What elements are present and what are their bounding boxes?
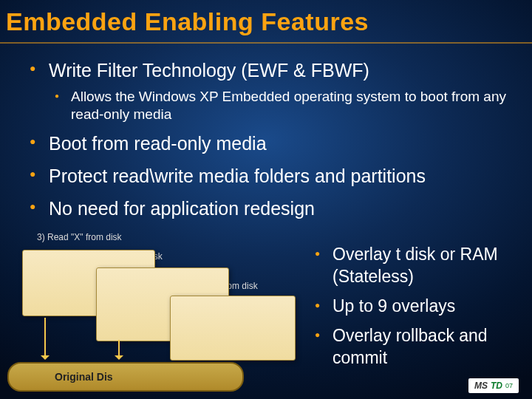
arrow-icon: [118, 340, 120, 358]
arrow-icon: [44, 318, 46, 358]
sub-bullet-list: Allows the Windows XP Embedded operating…: [49, 88, 510, 124]
bullet-redesign: No need for application redesign: [22, 197, 510, 222]
sub-bullet-allows: Allows the Windows XP Embedded operating…: [49, 88, 510, 124]
slide-root: Embedded Enabling Features Write Filter …: [0, 0, 532, 399]
caption-read: 3) Read "X" from disk: [37, 232, 122, 242]
slide-title: Embedded Enabling Features: [0, 0, 532, 44]
overlay-pane-1: [170, 296, 296, 361]
bullet-protect: Protect read\write media folders and par…: [22, 164, 510, 189]
overlay-diagram: 3) Read "X" from disk 2) Write "X" to di…: [7, 229, 299, 392]
logo-ms: MS: [474, 381, 488, 391]
bullet-boot: Boot from read-only media: [22, 132, 510, 157]
bullet-nine-overlays: Up to 9 overlays: [310, 296, 525, 318]
main-bullet-list: Write Filter Technology (EWF & FBWF) All…: [22, 58, 510, 221]
logo-year: 07: [505, 382, 513, 389]
bullet-write-filter: Write Filter Technology (EWF & FBWF) All…: [22, 58, 510, 124]
footer-logo: MS TD 07: [468, 378, 519, 393]
bullet-rollback: Overlay rollback and commit: [310, 325, 525, 369]
slide-content: Write Filter Technology (EWF & FBWF) All…: [0, 44, 532, 221]
bullet-text: Write Filter Technology (EWF & FBWF): [49, 60, 369, 81]
logo-td: TD: [491, 381, 502, 391]
original-disk-bar: Original Dis: [7, 362, 244, 392]
right-bullet-list: Overlay t disk or RAM (Stateless) Up to …: [310, 244, 525, 369]
right-bullet-area: Overlay t disk or RAM (Stateless) Up to …: [310, 244, 525, 376]
bullet-overlay-disk: Overlay t disk or RAM (Stateless): [310, 244, 525, 288]
original-disk-label: Original Dis: [55, 371, 113, 383]
